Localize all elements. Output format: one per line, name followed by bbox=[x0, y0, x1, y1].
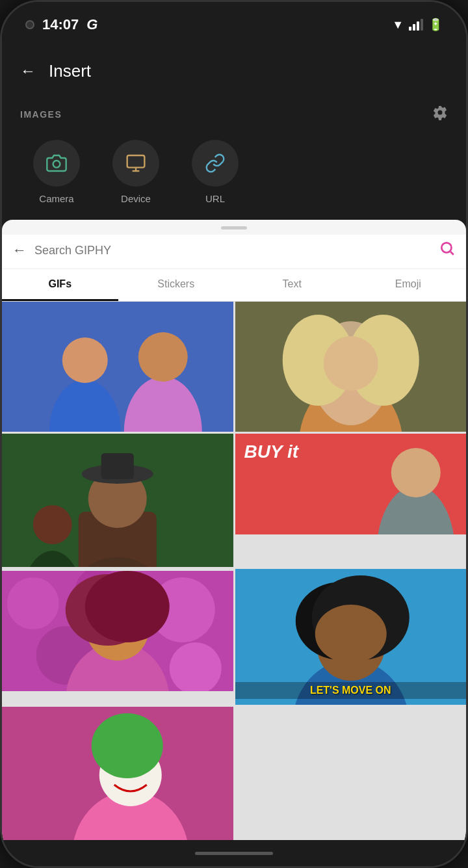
camera-icon-circle bbox=[33, 140, 80, 187]
svg-point-43 bbox=[315, 605, 386, 663]
gif-item-7[interactable] bbox=[2, 707, 233, 840]
phone-screen: 14:07 G ▼ 🔋 ← Insert bbox=[2, 2, 466, 866]
url-button[interactable]: URL bbox=[192, 140, 239, 204]
icon-buttons-row: Camera Device bbox=[20, 140, 448, 204]
tab-gifs[interactable]: GIFs bbox=[2, 269, 118, 301]
device-icon-circle bbox=[112, 140, 159, 187]
device-button[interactable]: Device bbox=[112, 140, 159, 204]
search-bar: ← bbox=[2, 235, 466, 269]
svg-point-16 bbox=[323, 336, 378, 391]
search-icon[interactable] bbox=[439, 240, 456, 261]
svg-point-0 bbox=[53, 161, 60, 168]
status-bar: 14:07 G ▼ 🔋 bbox=[2, 2, 466, 47]
gif-item-5[interactable] bbox=[2, 571, 233, 704]
svg-rect-24 bbox=[101, 453, 134, 479]
back-button[interactable]: ← bbox=[20, 62, 36, 80]
svg-line-5 bbox=[450, 252, 454, 255]
tab-text[interactable]: Text bbox=[234, 269, 350, 301]
svg-point-27 bbox=[391, 448, 440, 497]
wifi-icon: ▼ bbox=[392, 18, 404, 32]
carrier-logo: G bbox=[86, 16, 98, 33]
gif-item-6[interactable]: LET'S MOVE ON bbox=[235, 569, 467, 704]
gif-item-1[interactable] bbox=[2, 302, 233, 432]
battery-icon: 🔋 bbox=[428, 18, 443, 32]
images-section: IMAGES Camera bbox=[2, 94, 466, 220]
images-header: IMAGES bbox=[20, 105, 448, 124]
giphy-back-button[interactable]: ← bbox=[12, 242, 27, 259]
svg-point-19 bbox=[33, 505, 72, 544]
camera-button[interactable]: Camera bbox=[33, 140, 80, 204]
tab-stickers[interactable]: Stickers bbox=[118, 269, 235, 301]
status-left: 14:07 G bbox=[25, 16, 98, 33]
page-title: Insert bbox=[49, 61, 91, 81]
svg-point-4 bbox=[441, 243, 451, 252]
svg-point-37 bbox=[85, 571, 170, 642]
tab-emoji[interactable]: Emoji bbox=[350, 269, 467, 301]
front-camera bbox=[25, 20, 34, 29]
status-icons: ▼ 🔋 bbox=[392, 18, 443, 32]
search-input[interactable] bbox=[34, 244, 431, 257]
settings-icon[interactable] bbox=[432, 105, 448, 124]
svg-point-8 bbox=[62, 337, 108, 383]
url-icon-circle bbox=[192, 140, 239, 187]
camera-label: Camera bbox=[39, 193, 73, 204]
svg-point-10 bbox=[138, 332, 188, 382]
lets-move-label: LET'S MOVE ON bbox=[235, 682, 467, 699]
device-label: Device bbox=[121, 193, 151, 204]
giphy-panel: ← GIFs Stickers Text Emoji bbox=[2, 220, 466, 840]
svg-point-47 bbox=[92, 713, 163, 778]
gif-item-2[interactable] bbox=[235, 302, 467, 432]
svg-point-29 bbox=[7, 577, 59, 629]
phone-frame: 14:07 G ▼ 🔋 ← Insert bbox=[0, 0, 468, 868]
drag-handle bbox=[221, 226, 247, 230]
signal-icon bbox=[409, 19, 423, 31]
app-header: ← Insert bbox=[2, 47, 466, 94]
gif-item-4[interactable]: BUY it bbox=[235, 434, 467, 567]
giphy-tabs: GIFs Stickers Text Emoji bbox=[2, 269, 466, 302]
url-label: URL bbox=[205, 193, 225, 204]
images-label: IMAGES bbox=[20, 109, 62, 120]
gif-grid: BUY it bbox=[2, 302, 466, 840]
buy-it-label: BUY it bbox=[244, 441, 299, 462]
status-time: 14:07 bbox=[42, 16, 79, 33]
svg-rect-1 bbox=[127, 155, 145, 168]
gif-item-3[interactable] bbox=[2, 434, 233, 567]
